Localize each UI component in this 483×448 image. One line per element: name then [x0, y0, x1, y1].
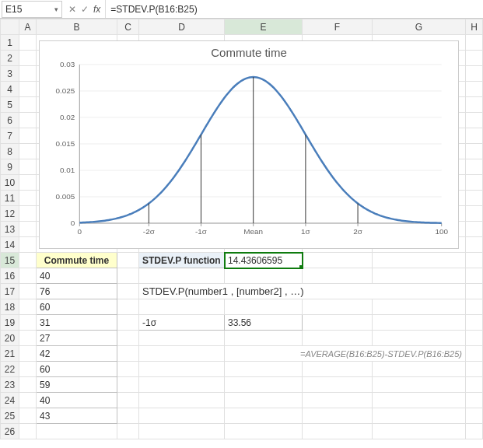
commute-value-cell[interactable]: 40: [37, 393, 117, 408]
cell[interactable]: [19, 377, 37, 393]
cell[interactable]: [117, 408, 139, 424]
cell[interactable]: [117, 315, 139, 331]
cell[interactable]: [466, 362, 483, 377]
cell[interactable]: [466, 377, 483, 393]
cell[interactable]: [139, 268, 225, 284]
cancel-icon[interactable]: ✕: [68, 4, 76, 15]
row-header[interactable]: 3: [1, 66, 19, 82]
cell[interactable]: [466, 175, 483, 191]
cell[interactable]: [373, 408, 466, 424]
spreadsheet-grid[interactable]: A B C D E F G H 123456789101112131415Com…: [0, 19, 483, 439]
cell[interactable]: [19, 315, 37, 331]
cell[interactable]: [139, 299, 225, 315]
cell[interactable]: [303, 268, 373, 284]
cell[interactable]: [466, 424, 483, 439]
row-header[interactable]: 13: [1, 222, 19, 237]
cell[interactable]: [19, 222, 37, 237]
cell[interactable]: [225, 408, 303, 424]
row-header[interactable]: 5: [1, 97, 19, 113]
row-header[interactable]: 2: [1, 51, 19, 66]
cell[interactable]: [303, 362, 373, 377]
cell[interactable]: [303, 331, 373, 346]
cell[interactable]: [117, 393, 139, 408]
cell[interactable]: [139, 393, 225, 408]
cell[interactable]: [117, 377, 139, 393]
cell[interactable]: [37, 424, 117, 439]
formula-input[interactable]: =STDEV.P(B16:B25): [106, 0, 483, 18]
commute-value-cell[interactable]: 59: [37, 377, 117, 393]
row-header[interactable]: 7: [1, 128, 19, 144]
cell[interactable]: [466, 191, 483, 206]
col-header[interactable]: H: [466, 19, 483, 35]
commute-value-cell[interactable]: 40: [37, 268, 117, 284]
col-header[interactable]: G: [373, 19, 466, 35]
cell[interactable]: [19, 191, 37, 206]
function-label-cell[interactable]: STDEV.P function: [139, 253, 225, 268]
commute-value-cell[interactable]: 60: [37, 362, 117, 377]
cell[interactable]: [19, 82, 37, 97]
cell[interactable]: [466, 82, 483, 97]
cell[interactable]: [466, 144, 483, 159]
col-header[interactable]: F: [303, 19, 373, 35]
commute-value-cell[interactable]: 60: [37, 299, 117, 315]
cell[interactable]: [225, 393, 303, 408]
cell[interactable]: [19, 175, 37, 191]
commute-value-cell[interactable]: 31: [37, 315, 117, 331]
cell[interactable]: [225, 362, 303, 377]
cell[interactable]: [19, 159, 37, 175]
row-header[interactable]: 1: [1, 35, 19, 51]
cell[interactable]: [117, 299, 139, 315]
cell[interactable]: [139, 346, 225, 362]
cell[interactable]: [19, 97, 37, 113]
row-header[interactable]: 12: [1, 206, 19, 222]
cell[interactable]: [139, 408, 225, 424]
cell[interactable]: [19, 237, 37, 253]
cell[interactable]: [303, 408, 373, 424]
cell[interactable]: [117, 331, 139, 346]
row-header[interactable]: 20: [1, 331, 19, 346]
cell[interactable]: [303, 424, 373, 439]
row-header[interactable]: 4: [1, 82, 19, 97]
cell[interactable]: [466, 222, 483, 237]
cell[interactable]: [19, 66, 37, 82]
cell[interactable]: [303, 377, 373, 393]
col-header[interactable]: B: [37, 19, 117, 35]
cell[interactable]: [117, 284, 139, 299]
cell[interactable]: [19, 346, 37, 362]
cell[interactable]: [466, 97, 483, 113]
cell[interactable]: [373, 299, 466, 315]
sigma-label-cell[interactable]: -1σ: [139, 315, 225, 331]
cell[interactable]: [117, 424, 139, 439]
cell[interactable]: [466, 331, 483, 346]
cell[interactable]: [466, 159, 483, 175]
cell[interactable]: [19, 284, 37, 299]
col-header[interactable]: E: [225, 19, 303, 35]
cell[interactable]: [19, 35, 37, 51]
cell[interactable]: [117, 268, 139, 284]
cell[interactable]: [19, 299, 37, 315]
row-header[interactable]: 14: [1, 237, 19, 253]
cell[interactable]: [19, 393, 37, 408]
row-header[interactable]: 22: [1, 362, 19, 377]
cell[interactable]: [19, 408, 37, 424]
cell[interactable]: [303, 315, 373, 331]
cell[interactable]: [139, 362, 225, 377]
formula-example-text[interactable]: =AVERAGE(B16:B25)-STDEV.P(B16:B25): [225, 346, 466, 362]
row-header[interactable]: 16: [1, 268, 19, 284]
cell[interactable]: [466, 253, 483, 268]
row-header[interactable]: 18: [1, 299, 19, 315]
cell[interactable]: [19, 424, 37, 439]
cell[interactable]: [466, 299, 483, 315]
cell[interactable]: [225, 424, 303, 439]
col-header[interactable]: D: [139, 19, 225, 35]
cell[interactable]: [19, 113, 37, 128]
commute-value-cell[interactable]: 27: [37, 331, 117, 346]
cell[interactable]: [466, 51, 483, 66]
chevron-down-icon[interactable]: ▾: [54, 5, 58, 13]
cell[interactable]: [117, 346, 139, 362]
function-result-cell[interactable]: 14.43606595: [225, 253, 303, 268]
cell[interactable]: [466, 113, 483, 128]
col-header[interactable]: A: [19, 19, 37, 35]
cell[interactable]: [466, 128, 483, 144]
row-header[interactable]: 10: [1, 175, 19, 191]
